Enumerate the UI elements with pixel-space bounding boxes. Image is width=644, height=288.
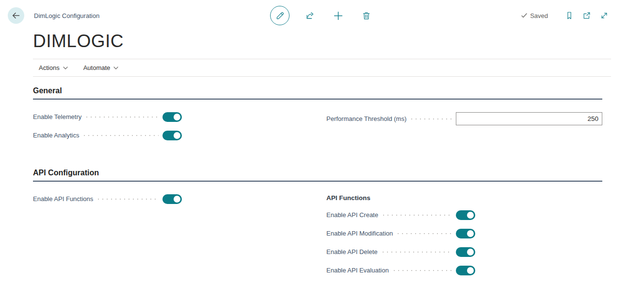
enable-api-modification-toggle[interactable] bbox=[456, 229, 475, 238]
new-button[interactable] bbox=[330, 8, 346, 23]
save-status: Saved bbox=[521, 12, 548, 19]
page-title: DIMLOGIC bbox=[33, 32, 644, 51]
section-api-configuration: API Configuration Enable API Functions A… bbox=[33, 169, 602, 284]
topbar-left: DimLogic Configuration bbox=[0, 7, 99, 24]
section-general-grid: Enable Telemetry Enable Analytics bbox=[33, 112, 602, 149]
menu-actions[interactable]: Actions bbox=[39, 64, 68, 71]
general-left-column: Enable Telemetry Enable Analytics bbox=[33, 112, 309, 149]
top-bar: DimLogic Configuration bbox=[0, 0, 644, 31]
page-content: General Enable Telemetry Enable Analytic… bbox=[0, 86, 644, 284]
field-label: Enable API Modification bbox=[326, 230, 393, 237]
enable-telemetry-toggle[interactable] bbox=[162, 112, 182, 122]
pencil-icon bbox=[275, 11, 285, 20]
breadcrumb[interactable]: DimLogic Configuration bbox=[34, 12, 99, 19]
enable-analytics-toggle[interactable] bbox=[162, 131, 182, 140]
api-left-column: Enable API Functions bbox=[33, 194, 309, 284]
expand-diagonal-icon bbox=[600, 11, 609, 20]
field-label: Enable Telemetry bbox=[33, 113, 81, 120]
field-performance-threshold: Performance Threshold (ms) bbox=[326, 112, 602, 125]
field-label: Enable API Functions bbox=[33, 195, 93, 203]
chevron-down-icon bbox=[113, 67, 118, 69]
field-label-area: Enable API Create bbox=[326, 211, 456, 219]
bookmark-icon bbox=[565, 11, 574, 20]
save-status-label: Saved bbox=[530, 12, 548, 19]
enable-api-delete-toggle[interactable] bbox=[456, 247, 475, 257]
field-enable-api-delete: Enable API Delete bbox=[326, 247, 602, 257]
arrow-left-icon bbox=[11, 11, 21, 20]
enable-api-create-toggle[interactable] bbox=[456, 210, 475, 220]
menu-automate[interactable]: Automate bbox=[83, 64, 119, 71]
field-label-area: Enable Telemetry bbox=[33, 113, 162, 120]
dimlogic-configuration-page: DimLogic Configuration bbox=[0, 0, 644, 288]
delete-button[interactable] bbox=[358, 8, 374, 23]
enable-api-evaluation-toggle[interactable] bbox=[456, 266, 475, 275]
api-functions-group: API Functions Enable API Create Enable A… bbox=[326, 194, 602, 284]
dotted-leader bbox=[383, 215, 452, 216]
field-label-area: Enable API Delete bbox=[326, 248, 456, 255]
section-general: General Enable Telemetry Enable Analytic… bbox=[33, 86, 602, 149]
open-in-new-window-button[interactable] bbox=[579, 8, 595, 23]
section-api-configuration-title: API Configuration bbox=[33, 169, 602, 182]
section-general-title: General bbox=[33, 86, 602, 100]
field-label: Enable API Delete bbox=[326, 248, 378, 255]
dotted-leader bbox=[383, 252, 452, 253]
field-label: Enable API Create bbox=[326, 211, 378, 219]
topbar-action-icons bbox=[270, 0, 374, 31]
dotted-leader bbox=[398, 233, 452, 234]
field-enable-analytics: Enable Analytics bbox=[33, 131, 309, 140]
field-enable-api-create: Enable API Create bbox=[326, 210, 602, 220]
dotted-leader bbox=[411, 119, 452, 119]
field-label-area: Enable API Functions bbox=[33, 195, 162, 203]
performance-threshold-input[interactable] bbox=[456, 112, 602, 125]
dotted-leader bbox=[84, 135, 159, 136]
general-right-column: Performance Threshold (ms) bbox=[326, 112, 602, 149]
dotted-leader bbox=[98, 199, 159, 200]
field-label: Enable Analytics bbox=[33, 132, 79, 139]
fit-to-window-button[interactable] bbox=[596, 8, 612, 23]
plus-icon bbox=[333, 11, 343, 21]
trash-icon bbox=[362, 11, 371, 20]
field-enable-telemetry: Enable Telemetry bbox=[33, 112, 309, 122]
bookmark-button[interactable] bbox=[562, 8, 577, 23]
menu-automate-label: Automate bbox=[83, 64, 111, 71]
topbar-right: Saved bbox=[521, 0, 612, 31]
enable-api-functions-toggle[interactable] bbox=[162, 194, 182, 204]
section-api-grid: Enable API Functions API Functions Enabl… bbox=[33, 194, 602, 284]
field-label-area: Enable API Modification bbox=[326, 230, 456, 237]
share-icon bbox=[305, 11, 315, 20]
dotted-leader bbox=[86, 117, 159, 118]
back-button[interactable] bbox=[8, 7, 24, 24]
edit-button[interactable] bbox=[270, 6, 290, 25]
share-button[interactable] bbox=[302, 8, 318, 23]
dotted-leader bbox=[394, 270, 452, 271]
field-enable-api-functions: Enable API Functions bbox=[33, 194, 309, 204]
field-label-area: Enable Analytics bbox=[33, 132, 162, 139]
open-in-new-window-icon bbox=[582, 11, 591, 20]
check-icon bbox=[521, 12, 528, 19]
menu-actions-label: Actions bbox=[39, 64, 60, 71]
field-enable-api-evaluation: Enable API Evaluation bbox=[326, 266, 602, 275]
field-enable-api-modification: Enable API Modification bbox=[326, 229, 602, 238]
field-label: Performance Threshold (ms) bbox=[326, 115, 406, 122]
api-functions-group-title: API Functions bbox=[326, 194, 602, 202]
action-menu-bar: Actions Automate bbox=[33, 59, 611, 77]
chevron-down-icon bbox=[63, 67, 68, 69]
field-label-area: Performance Threshold (ms) bbox=[326, 115, 456, 122]
field-label-area: Enable API Evaluation bbox=[326, 267, 456, 274]
field-label: Enable API Evaluation bbox=[326, 267, 389, 274]
